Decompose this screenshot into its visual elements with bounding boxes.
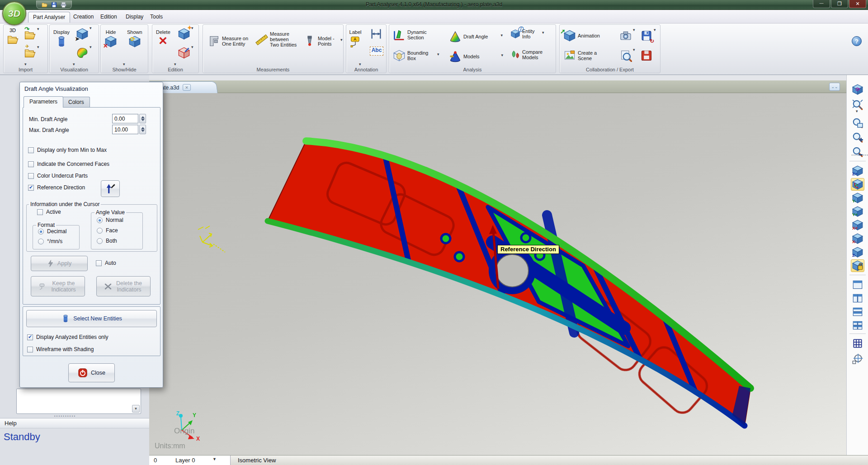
hide-button[interactable]: Hide ✕ (104, 29, 117, 48)
models-analysis-button[interactable]: Models (449, 50, 505, 63)
checkbox-icon[interactable] (28, 173, 34, 179)
checkbox-icon[interactable] (37, 209, 43, 215)
dropdown-icon[interactable] (542, 32, 546, 36)
dropdown-icon[interactable] (340, 39, 344, 43)
checkbox-min-max[interactable]: Display only from Min to Max (28, 147, 107, 153)
checkbox-icon[interactable] (28, 161, 34, 167)
zoom-in-icon[interactable] (851, 131, 864, 144)
model-points-button[interactable]: Model - Points (303, 35, 344, 47)
dropdown-icon[interactable] (191, 28, 195, 31)
view-z-plus-icon[interactable]: Z+ (851, 164, 864, 177)
dropdown-icon[interactable] (633, 49, 637, 53)
checkbox-icon[interactable] (96, 260, 102, 266)
checkbox-concerned-faces[interactable]: Indicate the Concerned Faces (28, 161, 109, 167)
radio-dms[interactable]: °/mn/s (38, 238, 62, 244)
help-icon[interactable]: ? (852, 36, 862, 46)
checkbox-icon[interactable] (28, 185, 34, 191)
edit-entity-button[interactable] (178, 47, 195, 59)
view-z-minus-icon[interactable]: Z- (851, 246, 864, 258)
print-preview-button[interactable] (619, 49, 637, 62)
delete-indicators-button[interactable]: Delete the Indicators (96, 276, 151, 296)
bounding-box-button[interactable]: Bounding Box (393, 49, 441, 62)
close-button[interactable]: Close (68, 363, 115, 382)
dropdown-icon[interactable] (90, 47, 93, 50)
layout-two-horizontal-icon[interactable] (851, 305, 864, 318)
radio-icon[interactable] (38, 239, 44, 244)
dropdown-icon[interactable] (437, 54, 441, 57)
radio-icon[interactable] (97, 217, 103, 223)
checkbox-auto[interactable]: Auto (96, 260, 116, 266)
apply-button[interactable]: Apply (31, 256, 88, 271)
rotation-lock-icon[interactable] (851, 259, 864, 272)
checkbox-icon[interactable] (27, 347, 33, 352)
snapshot-button[interactable] (619, 29, 637, 42)
label-button[interactable]: Label (349, 29, 362, 48)
measure-one-entity-button[interactable]: Measure on One Entity (208, 35, 251, 47)
entity-info-button[interactable]: ⓘ Entity Info (510, 28, 546, 39)
tab-part-analyser[interactable]: Part Analyser (28, 12, 70, 23)
tab-display[interactable]: Display (121, 12, 148, 23)
tab-parameters[interactable]: Parameters (24, 96, 63, 108)
radio-face[interactable]: Face (97, 227, 118, 234)
import-recent-button[interactable]: ↷ (24, 28, 41, 41)
close-tab-icon[interactable]: ✕ (183, 84, 191, 91)
max-draft-spinner[interactable] (139, 125, 146, 134)
save-copy-button[interactable]: ↻ (640, 29, 657, 42)
dynamic-section-button[interactable]: Dynamic Section (393, 28, 435, 41)
checkbox-undercut[interactable]: Color Undercut Parts (28, 173, 88, 179)
min-draft-input[interactable] (112, 114, 138, 123)
radio-icon[interactable] (97, 228, 103, 234)
create-scene-button[interactable]: Create a Scene (563, 49, 601, 62)
max-draft-input[interactable] (112, 125, 138, 134)
reference-direction-button[interactable] (101, 180, 120, 197)
radio-icon[interactable] (97, 238, 103, 244)
shown-button[interactable]: Shown ⟳ (127, 29, 142, 48)
tab-tools[interactable]: Tools (146, 12, 167, 23)
view-isometric-icon[interactable] (851, 178, 864, 191)
checkbox-icon[interactable] (27, 334, 33, 340)
tab-creation[interactable]: Creation (69, 12, 98, 23)
view-x-plus-icon[interactable]: X+ (851, 219, 864, 231)
view-y-minus-icon[interactable]: Y- (851, 192, 864, 204)
checkbox-display-analyzed[interactable]: Display Analyzed Entities only (27, 334, 108, 340)
text-annotation-button[interactable]: Abc (370, 47, 383, 56)
dropdown-icon[interactable] (90, 28, 93, 31)
scroll-down-icon[interactable]: ▼ (132, 405, 140, 413)
zoom-out-icon[interactable] (851, 146, 864, 158)
layout-single-icon[interactable] (851, 278, 864, 291)
dropdown-icon[interactable] (37, 47, 41, 50)
visualization-mode-button[interactable]: ➤ (76, 28, 93, 40)
datum-icon[interactable] (851, 352, 864, 365)
transform-button[interactable]: ✦ (178, 28, 195, 40)
history-list[interactable]: ▼ (16, 389, 141, 414)
grid-icon[interactable] (851, 337, 864, 350)
checkbox-active[interactable]: Active (37, 209, 61, 215)
dropdown-icon[interactable] (654, 29, 657, 33)
select-new-entities-button[interactable]: Select New Entities (26, 310, 157, 327)
radio-icon[interactable] (38, 229, 44, 235)
import-file-button[interactable]: ✈ (24, 47, 41, 59)
compare-models-button[interactable]: Compare Models (510, 49, 548, 60)
zoom-dropdown-icon[interactable] (851, 110, 864, 115)
dropdown-icon[interactable] (501, 55, 505, 58)
dropdown-icon[interactable] (633, 29, 637, 33)
radio-normal[interactable]: Normal (97, 217, 123, 223)
layout-two-vertical-icon[interactable] (851, 292, 864, 305)
tab-colors[interactable]: Colors (62, 97, 90, 107)
dropdown-icon[interactable] (191, 47, 195, 50)
regenerate-icon[interactable]: ⟳ (851, 83, 864, 96)
open-3d-button[interactable]: 3D (6, 28, 19, 46)
delete-button[interactable]: Delete ✕ (156, 29, 170, 48)
display-button[interactable]: Display (53, 29, 70, 48)
zoom-window-icon[interactable] (851, 117, 864, 129)
radio-both[interactable]: Both (97, 238, 117, 244)
radio-dec[interactable]: Decimal (38, 228, 66, 235)
checkbox-reference-direction[interactable]: Reference Direction (28, 184, 85, 191)
dropdown-icon[interactable] (500, 35, 504, 38)
dimension-button[interactable] (370, 28, 382, 42)
view-y-plus-icon[interactable]: Y+ (851, 205, 864, 218)
restore-button[interactable] (831, 0, 848, 8)
dropdown-icon[interactable] (37, 28, 41, 32)
checkbox-icon[interactable] (28, 147, 34, 153)
tab-edition[interactable]: Edition (96, 12, 122, 23)
